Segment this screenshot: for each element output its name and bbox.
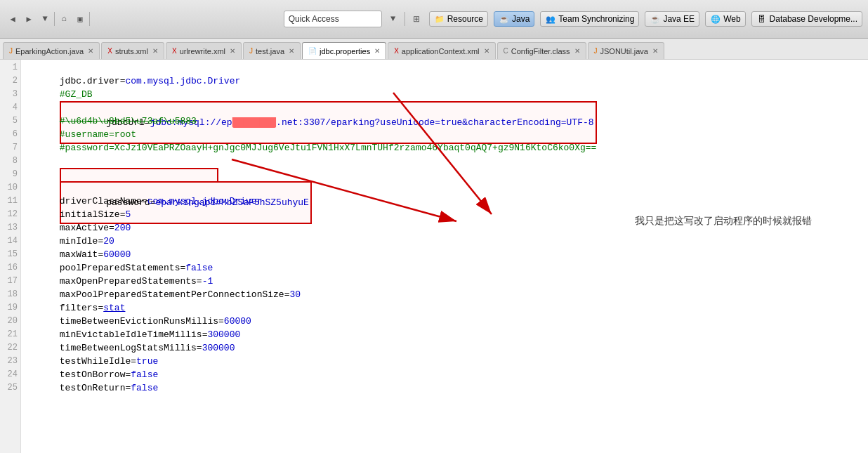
tab-icon-appcontext: X — [394, 47, 399, 55]
tab-icon-eparking: J — [9, 47, 13, 55]
code-line-19: timeBetweenEvictionRunsMillis=60000 — [27, 301, 868, 315]
quick-access-label: Quick Access — [289, 14, 339, 24]
java-icon: ☕ — [499, 13, 510, 25]
resource-icon: 📁 — [434, 13, 445, 25]
toolbar-right: ⊞ 📁 Resource ☕ Java 👥 Team Synchronizing… — [409, 11, 862, 27]
tab-close-urlrewrite[interactable]: ✕ — [230, 47, 235, 55]
code-editor[interactable]: jdbc.driver=com.mysql.jdbc.Driver #GZ_DB… — [21, 60, 868, 453]
perspective-icon[interactable]: ⊞ — [409, 12, 423, 26]
java-label: Java — [512, 14, 530, 24]
db-dev-label: Database Developme... — [770, 14, 857, 24]
tab-close-jdbc[interactable]: ✕ — [374, 47, 380, 55]
tab-struts[interactable]: X struts.xml ✕ — [101, 42, 164, 59]
tab-test[interactable]: J test.java ✕ — [243, 42, 301, 59]
code-line-15: poolPreparedStatements=false — [27, 248, 868, 261]
tab-close-appcontext[interactable]: ✕ — [484, 47, 489, 55]
line-numbers: 1 2 3 4 5 6 7 8 9 10 11 12 13 14 15 16 1… — [0, 60, 21, 453]
tab-label-appcontext: applicationContext.xml — [402, 47, 480, 55]
tabs-bar: J EparkingAction.java ✕ X struts.xml ✕ X… — [0, 39, 868, 60]
tab-jdbc[interactable]: 📄 jdbc.properties ✕ — [302, 42, 386, 59]
tab-jsonutil[interactable]: J JSONUtil.java ✕ — [588, 42, 664, 59]
db-dev-button[interactable]: 🗄 Database Developme... — [751, 11, 862, 27]
editor-area: 1 2 3 4 5 6 7 8 9 10 11 12 13 14 15 16 1… — [0, 60, 868, 453]
tab-close-configfilter[interactable]: ✕ — [574, 47, 580, 55]
java-ee-button[interactable]: ☕ Java EE — [645, 11, 699, 27]
separator-2 — [89, 12, 90, 26]
tab-close-struts[interactable]: ✕ — [152, 47, 158, 55]
tab-eparking[interactable]: J EparkingAction.java ✕ — [3, 42, 100, 59]
quick-access-box[interactable]: Quick Access — [284, 11, 382, 27]
tab-label-struts: struts.xml — [115, 47, 148, 55]
main-toolbar: ◀ ▶ ▼ ⌂ ▣ Quick Access ▼ ⊞ 📁 Resource ☕ … — [0, 0, 868, 39]
home-icon[interactable]: ⌂ — [57, 12, 71, 26]
db-icon: 🗄 — [756, 13, 768, 25]
tab-appcontext[interactable]: X applicationContext.xml ✕ — [388, 42, 495, 59]
tab-close-eparking[interactable]: ✕ — [88, 47, 93, 55]
tab-icon-urlrewrite: X — [172, 47, 177, 55]
tab-close-test[interactable]: ✕ — [289, 47, 294, 55]
forward-icon[interactable]: ▶ — [22, 12, 36, 26]
web-icon: 🌐 — [710, 13, 721, 25]
tab-icon-test: J — [249, 47, 253, 55]
tab-urlrewrite[interactable]: X urlrewrite.xml ✕ — [166, 42, 242, 59]
square-icon[interactable]: ▣ — [73, 12, 87, 26]
code-line-3: jdbcUrl=jdbc:mysql://ep████████.net:3307… — [27, 88, 868, 101]
tab-icon-struts: X — [107, 47, 112, 55]
code-line-8: username=eparkingapi — [27, 155, 868, 168]
java-ee-icon: ☕ — [650, 13, 661, 25]
java-button[interactable]: ☕ Java — [494, 11, 534, 27]
java-ee-label: Java EE — [663, 14, 695, 24]
tab-close-jsonutil[interactable]: ✕ — [652, 47, 658, 55]
separator-1 — [54, 12, 55, 26]
tab-label-jdbc: jdbc.properties — [320, 47, 370, 55]
resource-button[interactable]: 📁 Resource — [429, 11, 488, 27]
code-line-14: maxWait=60000 — [27, 235, 868, 248]
team-sync-button[interactable]: 👥 Team Synchronizing — [540, 11, 639, 27]
toolbar-left-icons: ◀ ▶ ▼ ⌂ ▣ — [6, 12, 280, 26]
tab-label-configfilter: ConfigFilter.class — [511, 47, 570, 55]
tab-label-urlrewrite: urlrewrite.xml — [180, 47, 225, 55]
separator-3 — [405, 12, 405, 26]
tab-label-test: test.java — [256, 47, 284, 55]
back-icon[interactable]: ◀ — [6, 12, 20, 26]
tab-icon-jdbc: 📄 — [308, 47, 317, 55]
tab-configfilter[interactable]: C ConfigFilter.class ✕ — [497, 42, 586, 59]
tab-icon-jsonutil: J — [594, 47, 598, 55]
tab-label-eparking: EparkingAction.java — [15, 47, 84, 55]
tab-icon-configfilter: C — [504, 47, 508, 55]
web-button[interactable]: 🌐 Web — [705, 11, 745, 27]
resource-label: Resource — [447, 14, 483, 24]
nav-icon[interactable]: ▼ — [38, 12, 52, 26]
team-sync-label: Team Synchronizing — [558, 14, 634, 24]
team-sync-icon: 👥 — [545, 13, 556, 25]
annotation-text: 我只是把这写改了启动程序的时候就报错 — [635, 214, 812, 228]
tab-label-jsonutil: JSONUtil.java — [600, 47, 648, 55]
code-line-1: jdbc.driver=com.mysql.jdbc.Driver — [27, 61, 868, 74]
quick-access-dropdown[interactable]: ▼ — [386, 12, 400, 26]
web-label: Web — [723, 14, 740, 24]
